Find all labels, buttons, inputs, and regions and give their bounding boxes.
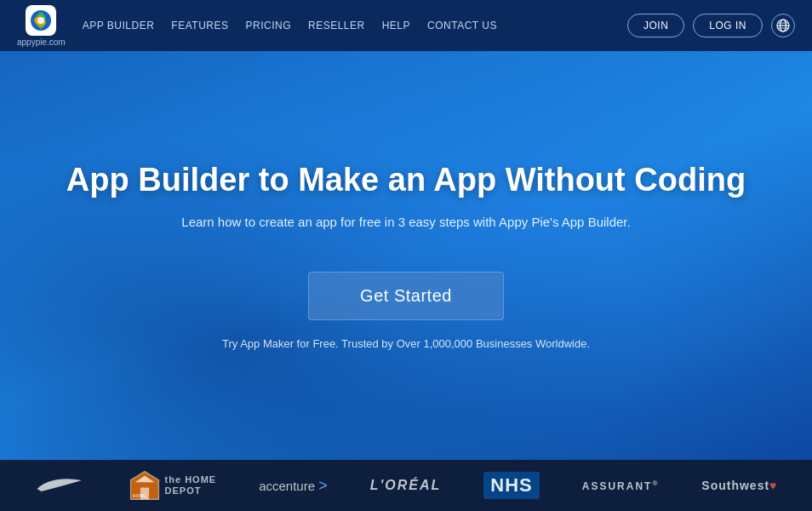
navbar: appypie.com APP BUILDER FEATURES PRICING… — [0, 0, 812, 51]
join-button[interactable]: JOIN — [627, 14, 684, 37]
get-started-button[interactable]: Get Started — [308, 272, 504, 320]
brand-southwest: Southwest♥ — [701, 479, 777, 492]
nav-link-reseller[interactable]: RESELLER — [308, 20, 365, 32]
nav-links: APP BUILDER FEATURES PRICING RESELLER HE… — [83, 20, 627, 32]
login-button[interactable]: LOG IN — [693, 14, 763, 37]
nav-link-pricing[interactable]: PRICING — [245, 20, 291, 32]
logo-area: appypie.com — [17, 5, 66, 47]
brands-bar: HOME the HOMEDEPOT accenture > L'ORÉAL N… — [0, 460, 812, 511]
brand-home-depot: HOME the HOMEDEPOT — [129, 469, 217, 502]
nav-link-help[interactable]: HELP — [382, 20, 410, 32]
hero-content: App Builder to Make an App Without Codin… — [32, 161, 780, 351]
brand-nike — [35, 474, 86, 498]
svg-text:HOME: HOME — [133, 494, 146, 498]
hero-title: App Builder to Make an App Without Codin… — [66, 161, 746, 200]
nav-link-contact-us[interactable]: CONTACT US — [427, 20, 497, 32]
brand-assurant: ASSURANT® — [582, 479, 660, 492]
brand-accenture: accenture > — [259, 477, 328, 495]
globe-icon[interactable] — [771, 14, 795, 37]
brand-loreal: L'ORÉAL — [370, 478, 442, 493]
nav-link-features[interactable]: FEATURES — [171, 20, 228, 32]
logo-icon — [26, 5, 56, 36]
hero-section: App Builder to Make an App Without Codin… — [0, 51, 812, 460]
hero-caption: Try App Maker for Free. Trusted by Over … — [66, 337, 746, 350]
logo-text: appypie.com — [17, 37, 66, 47]
svg-point-2 — [37, 17, 44, 24]
nav-link-app-builder[interactable]: APP BUILDER — [83, 20, 155, 32]
brand-nhs: NHS — [483, 472, 539, 499]
nav-actions: JOIN LOG IN — [627, 14, 795, 37]
hero-subtitle: Learn how to create an app for free in 3… — [66, 215, 746, 229]
